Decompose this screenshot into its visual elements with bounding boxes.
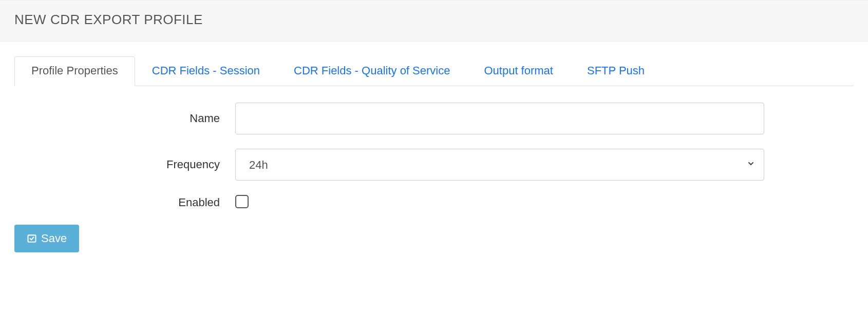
tabs: Profile Properties CDR Fields - Session … [14, 56, 854, 86]
form-row-frequency: Frequency 24h [14, 149, 854, 181]
save-button-label: Save [41, 232, 67, 245]
tab-label: SFTP Push [587, 64, 645, 77]
enabled-checkbox-wrap [235, 195, 764, 210]
tab-profile-properties[interactable]: Profile Properties [14, 56, 135, 86]
content-area: Profile Properties CDR Fields - Session … [0, 42, 868, 263]
name-label: Name [14, 112, 235, 125]
tab-label: CDR Fields - Session [152, 64, 260, 77]
name-input[interactable] [235, 103, 764, 134]
frequency-select-wrap: 24h [235, 149, 764, 181]
tab-label: Output format [484, 64, 553, 77]
name-input-wrap [235, 103, 764, 134]
check-save-icon [27, 233, 37, 244]
tab-sftp-push[interactable]: SFTP Push [570, 56, 662, 86]
form-row-name: Name [14, 103, 854, 134]
page-title: NEW CDR EXPORT PROFILE [14, 12, 854, 28]
tab-output-format[interactable]: Output format [467, 56, 570, 86]
tab-cdr-fields-qos[interactable]: CDR Fields - Quality of Service [277, 56, 467, 86]
form-row-enabled: Enabled [14, 195, 854, 210]
save-button[interactable]: Save [14, 225, 79, 252]
frequency-label: Frequency [14, 158, 235, 171]
tab-cdr-fields-session[interactable]: CDR Fields - Session [135, 56, 277, 86]
page-header: NEW CDR EXPORT PROFILE [0, 0, 868, 42]
enabled-label: Enabled [14, 196, 235, 209]
enabled-checkbox[interactable] [235, 195, 249, 208]
tab-label: CDR Fields - Quality of Service [294, 64, 450, 77]
frequency-select[interactable]: 24h [235, 149, 764, 181]
tab-label: Profile Properties [31, 64, 118, 77]
